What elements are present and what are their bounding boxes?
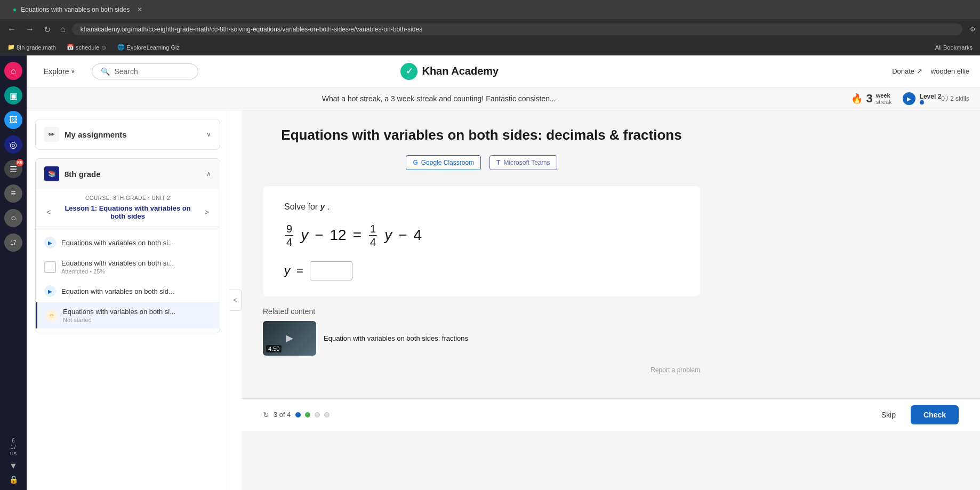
bookmark-schedule-label: schedule ☺ (76, 44, 107, 51)
lock-icon[interactable]: 🔒 (9, 475, 18, 484)
progress-dots: ↻ 3 of 4 (263, 411, 330, 419)
content-panel: Equations with variables on both sides: … (242, 110, 980, 490)
exercise-item-1[interactable]: ▶ Equations with variables on both si... (36, 231, 220, 254)
answer-row: y = (284, 261, 679, 280)
microsoft-teams-label: Microsoft Teams (503, 159, 550, 166)
main-area: Explore ∨ 🔍 Search ✓ Khan Academy Donate… (27, 55, 980, 490)
report-problem-link[interactable]: Report a problem (263, 366, 700, 374)
sidebar-icon-home[interactable]: ⌂ (4, 62, 22, 80)
skills-count: 0 / 2 skills (941, 95, 969, 102)
bookmark-schedule[interactable]: 📅 schedule ☺ (63, 43, 110, 52)
google-classroom-button[interactable]: G Google Classroom (406, 155, 481, 170)
ka-logo-text: Khan Academy (422, 65, 499, 77)
bookmarks-bar: 📁 8th grade.math 📅 schedule ☺ 🌐 ExploreL… (0, 39, 980, 55)
video-thumbnail[interactable]: 4:50 (263, 321, 316, 356)
level-label: Level 2 (920, 93, 942, 105)
extensions-icon[interactable]: ⚙ (970, 26, 976, 33)
level-section: ▶ Level 2 (903, 92, 942, 105)
browser-chrome: ● Equations with variables on both sides… (0, 0, 980, 55)
bookmark-8th-grade[interactable]: 📁 8th grade.math (4, 43, 59, 52)
tab-close-icon[interactable]: ✕ (137, 6, 142, 13)
exercise-item-3[interactable]: ▶ Equation with variables on both sid... (36, 280, 220, 302)
progress-dot-4 (324, 412, 330, 417)
video-card: 4:50 Equation with variables on both sid… (263, 321, 700, 356)
streak-counter: 🔥 3 week streak (851, 92, 891, 106)
browser-actions: ⚙ (970, 26, 976, 33)
operator-minus-1: − (315, 227, 323, 244)
panel-collapse-button[interactable]: < (229, 290, 242, 311)
explore-label: Explore (44, 67, 69, 76)
assignments-icon: ✏ (44, 127, 59, 142)
sidebar-icon-camera[interactable]: ◎ (4, 135, 22, 154)
lesson-next-button[interactable]: > (203, 206, 211, 219)
active-tab[interactable]: ● Equations with variables on both sides… (4, 3, 151, 17)
search-placeholder-text: Search (114, 67, 138, 76)
exercise-edit-icon-4: ✏ (46, 310, 58, 322)
exercise-title-1: Equations with variables on both si... (61, 239, 211, 247)
notification-badge: 59 (16, 159, 23, 166)
sidebar-icon-tv[interactable]: ▣ (4, 86, 22, 105)
search-icon: 🔍 (101, 67, 110, 76)
microsoft-teams-button[interactable]: T Microsoft Teams (489, 155, 557, 170)
header-right: Donate ↗ wooden ellie (892, 67, 969, 75)
numerator-1: 9 (285, 222, 293, 236)
check-button[interactable]: Check (911, 405, 959, 424)
bookmark-explorelearning[interactable]: 🌐 ExploreLearning Giz (114, 43, 183, 52)
progress-dot-3 (315, 412, 320, 417)
constant-12: 12 (330, 227, 346, 244)
lesson-title-row: < Lesson 1: Equations with variables on … (44, 204, 211, 220)
search-bar[interactable]: 🔍 Search (92, 63, 198, 79)
related-content: Related content 4:50 Equation with varia… (263, 307, 700, 356)
exercise-info-1: Equations with variables on both si... (61, 239, 211, 247)
bookmark-schedule-icon: 📅 (67, 44, 74, 51)
exercise-title-2: Equations with variables on both si... (61, 259, 211, 267)
answer-input[interactable] (310, 261, 352, 280)
exercise-title-4: Equations with variables on both si... (63, 308, 211, 316)
variable-y-2: y (384, 227, 392, 244)
solve-variable: y (320, 202, 325, 211)
icon-sidebar: ⌂ ▣ 🖼 ◎ ☰ 59 ≡ ○ 17 617US ▼ 🔒 (0, 55, 27, 490)
assignments-header[interactable]: ✏ My assignments ∨ (36, 119, 220, 149)
main-content: ✏ My assignments ∨ 📚 8th grade ∧ COURSE:… (27, 110, 980, 490)
tab-bar: ● Equations with variables on both sides… (0, 0, 980, 19)
exercise-info-3: Equation with variables on both sid... (61, 287, 211, 295)
url-bar[interactable] (72, 23, 962, 35)
explore-button[interactable]: Explore ∨ (37, 63, 81, 80)
username-label[interactable]: wooden ellie (931, 67, 969, 75)
exercise-info-4: Equations with variables on both si... N… (63, 308, 211, 323)
exercise-play-icon-3: ▶ (44, 285, 56, 297)
equals-sign: = (353, 227, 362, 244)
back-button[interactable]: ← (4, 23, 19, 35)
bookmark-all[interactable]: All Bookmarks (932, 43, 976, 52)
exercise-list: ▶ Equations with variables on both si...… (36, 227, 220, 333)
solve-for-text: Solve for y . (284, 202, 679, 212)
exercise-play-icon-1: ▶ (44, 237, 56, 248)
sidebar-icon-list[interactable]: ☰ 59 (4, 160, 22, 178)
donate-button[interactable]: Donate ↗ (892, 67, 922, 75)
exercise-item-4[interactable]: ✏ Equations with variables on both si...… (36, 302, 220, 328)
level-play-button[interactable]: ▶ (903, 92, 915, 105)
course-header[interactable]: 📚 8th grade ∧ (36, 159, 220, 189)
sidebar-icon-image[interactable]: 🖼 (4, 111, 22, 129)
equation-display: 9 4 y − 12 = 1 4 y − (284, 222, 679, 248)
course-chevron-icon: ∧ (206, 170, 211, 178)
progress-text: 3 of 4 (274, 411, 291, 419)
streak-count: 3 (866, 92, 872, 106)
forward-button[interactable]: → (22, 23, 37, 35)
constant-4: 4 (413, 227, 422, 244)
sidebar-icon-notes[interactable]: ≡ (4, 184, 22, 203)
home-button[interactable]: ⌂ (57, 23, 69, 35)
wifi-icon[interactable]: ▼ (9, 461, 18, 471)
video-title[interactable]: Equation with variables on both sides: f… (324, 334, 468, 342)
bookmark-label: 8th grade.math (17, 44, 56, 51)
ka-header: Explore ∨ 🔍 Search ✓ Khan Academy Donate… (27, 55, 980, 87)
skip-button[interactable]: Skip (873, 406, 904, 423)
sidebar-icon-circle[interactable]: ○ (4, 209, 22, 227)
refresh-button[interactable]: ↻ (41, 23, 54, 36)
assignments-chevron-icon: ∨ (206, 131, 211, 138)
course-title: 8th grade (65, 170, 201, 179)
exercise-item-2[interactable]: Equations with variables on both si... A… (36, 254, 220, 280)
lesson-breadcrumb: COURSE: 8TH GRADE › UNIT 2 (44, 195, 211, 201)
lesson-prev-button[interactable]: < (44, 206, 53, 219)
sidebar-icon-calendar[interactable]: 17 (4, 234, 22, 252)
